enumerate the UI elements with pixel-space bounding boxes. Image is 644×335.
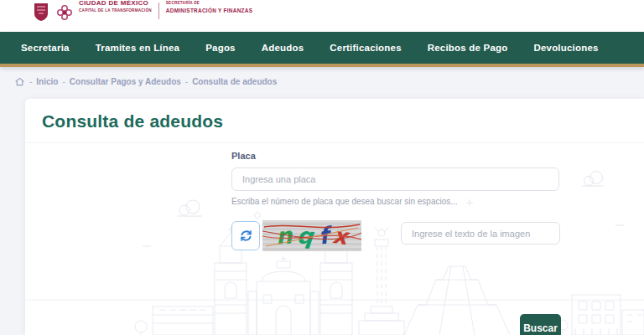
department-text: SECRETARÍA DE ADMINISTRACIÓN Y FINANZAS xyxy=(166,2,252,13)
breadcrumb-item-consultar-pagos[interactable]: Consultar Pagos y Adeudos xyxy=(70,77,181,86)
department-title: SECRETARÍA DE xyxy=(166,1,252,5)
cdmx-shield-logo-icon xyxy=(32,2,50,22)
placa-input[interactable] xyxy=(231,168,559,191)
captcha-refresh-button[interactable] xyxy=(231,221,260,250)
captcha-text-input[interactable] xyxy=(401,222,560,245)
breadcrumb-separator: - xyxy=(185,77,188,86)
header-divider xyxy=(158,3,159,19)
nav-item-secretaria[interactable]: Secretaria xyxy=(21,43,70,53)
nav-item-adeudos[interactable]: Adeudos xyxy=(262,43,304,53)
brand-title: CIUDAD DE MÉXICO xyxy=(79,0,152,7)
nav-item-devoluciones[interactable]: Devoluciones xyxy=(533,43,598,53)
buscar-button[interactable]: Buscar xyxy=(520,314,561,335)
cdmx-logo-link[interactable] xyxy=(32,2,74,22)
refresh-icon xyxy=(239,229,253,243)
main-navigation: Secretaria Tramites en Línea Pagos Adeud… xyxy=(0,32,644,67)
breadcrumb-separator: - xyxy=(29,77,32,86)
nav-item-pagos[interactable]: Pagos xyxy=(205,43,236,53)
nav-item-certificaciones[interactable]: Certificaciones xyxy=(330,43,401,53)
placa-label: Placa xyxy=(231,151,256,161)
captcha-noise-lines xyxy=(262,220,361,251)
nav-item-recibos-de-pago[interactable]: Recibos de Pago xyxy=(428,43,508,53)
department-subtitle: ADMINISTRACIÓN Y FINANZAS xyxy=(166,8,252,13)
captcha-image: n q f x xyxy=(262,220,361,251)
breadcrumb-item-current: Consulta de adeudos xyxy=(192,77,277,86)
app-header: CIUDAD DE MÉXICO CAPITAL DE LA TRANSFORM… xyxy=(0,0,644,32)
breadcrumb: - Inicio - Consultar Pagos y Adeudos - C… xyxy=(0,67,644,87)
breadcrumb-separator: - xyxy=(62,77,65,86)
brand-text: CIUDAD DE MÉXICO CAPITAL DE LA TRANSFORM… xyxy=(79,2,152,13)
brand-subtitle: CAPITAL DE LA TRANSFORMACIÓN xyxy=(79,8,152,13)
content-card: Consulta de adeudos Placa Escriba el núm… xyxy=(25,99,644,335)
card-header: Consulta de adeudos xyxy=(25,99,644,143)
placa-help-text: Escriba el número de placa que desea bus… xyxy=(231,197,458,206)
home-icon[interactable] xyxy=(14,76,25,87)
cdmx-flower-logo-icon xyxy=(55,2,74,22)
page-title: Consulta de adeudos xyxy=(42,111,627,131)
breadcrumb-item-inicio[interactable]: Inicio xyxy=(36,77,58,86)
nav-item-tramites-en-linea[interactable]: Tramites en Línea xyxy=(96,43,180,53)
